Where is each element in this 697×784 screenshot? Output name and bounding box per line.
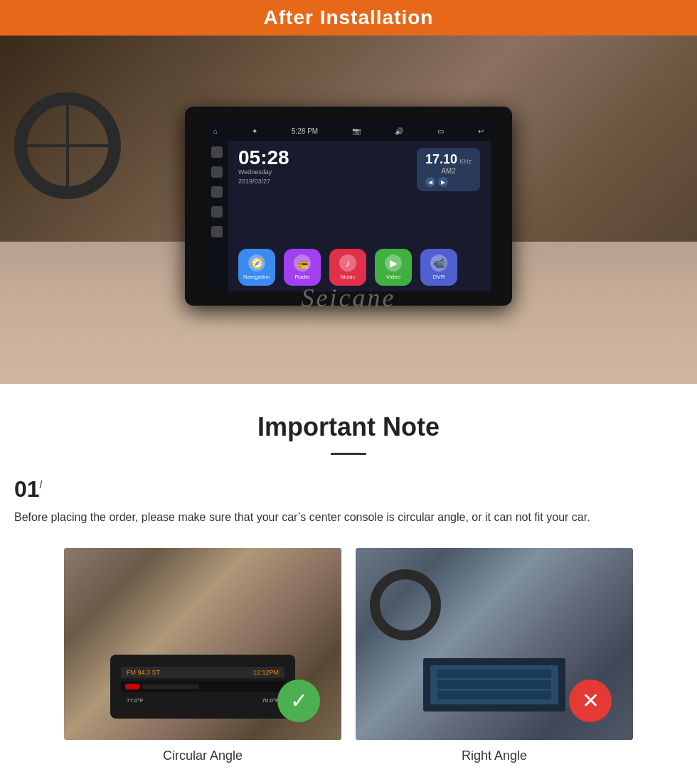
- screen-home-icon: ⌂: [213, 127, 218, 135]
- wrong-angle-card: ✕ Right Angle: [356, 548, 633, 763]
- music-icon: ♪: [339, 254, 356, 272]
- screen-volume-icon: 🔊: [395, 127, 403, 135]
- screen-main: 05:28 Wednesday 2019/03/27 17.10: [228, 141, 491, 291]
- steering-wheel: [14, 92, 121, 199]
- app-dvr[interactable]: 📹 DVR: [420, 249, 457, 286]
- image-comparison: FM 94.3 ST 12:12PM 77.0°F 70.0°F ✓: [14, 548, 683, 763]
- screen-battery-icon: ▭: [437, 127, 444, 135]
- vol-up-icon[interactable]: [211, 186, 223, 198]
- screen-time: 5:28 PM: [292, 127, 318, 135]
- app-navigation[interactable]: 🧭 Navigation: [238, 249, 275, 286]
- nav-icon: 🧭: [248, 254, 265, 272]
- brand-logo: Seicane: [302, 283, 396, 313]
- radio-icon: 📻: [294, 254, 311, 272]
- screen-back-icon: ↩: [478, 127, 484, 135]
- car-interior: ⌂ ✦ 5:28 PM 📷 🔊 ▭ ↩: [0, 36, 697, 384]
- correct-badge: ✓: [277, 680, 320, 722]
- prev-track-btn[interactable]: ◀: [425, 177, 435, 187]
- screen-topbar: ⌂ ✦ 5:28 PM 📷 🔊 ▭ ↩: [206, 121, 491, 141]
- next-track-btn[interactable]: ▶: [438, 177, 448, 187]
- app-video[interactable]: ▶ Video: [375, 249, 412, 286]
- right-angle-console: [423, 658, 565, 711]
- screen-radio-display: 17.10 KHz AM2 ◀ ▶: [417, 148, 480, 191]
- screen-camera-icon: 📷: [352, 127, 361, 135]
- vol-down-icon[interactable]: [211, 206, 223, 218]
- screen-bluetooth-icon: ✦: [252, 127, 257, 135]
- correct-angle-card: FM 94.3 ST 12:12PM 77.0°F 70.0°F ✓: [64, 548, 341, 763]
- screen-clock: 05:28: [238, 148, 289, 168]
- section-title: Important Note: [14, 412, 683, 442]
- screen-day: Wednesday 2019/03/27: [238, 168, 289, 186]
- right-angle-image: ✕: [356, 548, 633, 740]
- head-unit-screen: ⌂ ✦ 5:28 PM 📷 🔊 ▭ ↩: [206, 121, 491, 291]
- head-unit-frame: ⌂ ✦ 5:28 PM 📷 🔊 ▭ ↩: [185, 107, 512, 306]
- home-icon[interactable]: [211, 166, 223, 178]
- page-title: After Installation: [264, 6, 434, 29]
- header-banner: After Installation: [0, 0, 697, 36]
- steering-wheel-2: [370, 569, 441, 640]
- circular-angle-image: FM 94.3 ST 12:12PM 77.0°F 70.0°F ✓: [64, 548, 341, 740]
- section-divider: [331, 453, 366, 455]
- note-number: 01/: [14, 476, 683, 503]
- video-icon: ▶: [385, 254, 402, 272]
- installation-photo: ⌂ ✦ 5:28 PM 📷 🔊 ▭ ↩: [0, 36, 697, 384]
- screen-left-icons: [206, 141, 228, 291]
- note-text: Before placing the order, please make su…: [14, 508, 683, 527]
- screen-time-area: 05:28 Wednesday 2019/03/27 17.10: [228, 141, 491, 195]
- wrong-badge: ✕: [569, 680, 612, 722]
- screen-content: 05:28 Wednesday 2019/03/27 17.10: [206, 141, 491, 291]
- right-angle-label: Right Angle: [356, 748, 633, 763]
- radio-unit: FM 94.3 ST 12:12PM 77.0°F 70.0°F: [110, 655, 295, 719]
- main-content: Important Note 01/ Before placing the or…: [0, 384, 697, 778]
- power-icon[interactable]: [211, 146, 223, 158]
- dvr-icon: 📹: [430, 254, 447, 272]
- circular-angle-label: Circular Angle: [64, 748, 341, 763]
- app-radio[interactable]: 📻 Radio: [284, 249, 321, 286]
- track-icon[interactable]: [211, 226, 223, 237]
- photo-background: ⌂ ✦ 5:28 PM 📷 🔊 ▭ ↩: [0, 36, 697, 384]
- app-music[interactable]: ♪ Music: [329, 249, 366, 286]
